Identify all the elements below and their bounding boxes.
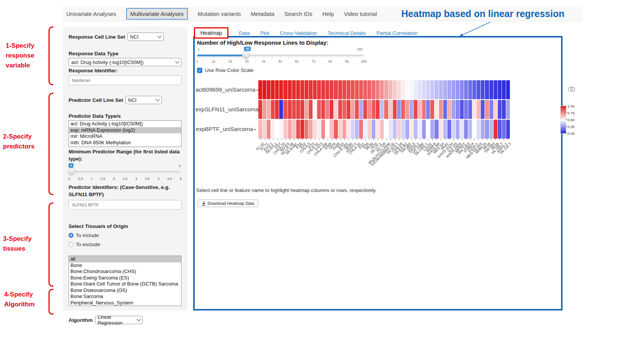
heatmap-cell [330, 100, 333, 119]
heatmap-cell [317, 80, 321, 99]
colorbar-tick-label-0-75: 0.75 [567, 111, 575, 115]
tissue-option-bone-ewing-sarcoma-es[interactable]: Bone:Ewing Sarcoma (ES) [69, 275, 181, 281]
heatmap-cell [447, 100, 451, 119]
tissue-option-bone-sarcoma[interactable]: Bone:Sarcoma [69, 293, 181, 300]
tissue-option-bone-giant-cell-tumor-of-bone-gctb-sarcoma[interactable]: Bone:Giant Cell Tumor of Bone (GCTB) Sar… [69, 281, 181, 287]
predictor-type-option-act[interactable]: act: Drug Activity (-log10[IC50M]) [69, 121, 181, 127]
x-axis-tick [286, 139, 286, 140]
camera-icon[interactable] [568, 86, 575, 92]
predictor-type-option-mth[interactable]: mth: DNA 850K Methylation [69, 140, 181, 146]
tissue-option-peripheral-nervous-system[interactable]: Peripheral_Nervous_System [69, 300, 181, 306]
heatmap-cell [393, 80, 397, 99]
heatmap-cell [485, 80, 489, 99]
heatmap-cell [405, 120, 409, 139]
x-axis-tick [378, 139, 378, 140]
lines-slider-max-label: 100 [357, 47, 363, 51]
tab-technical-details[interactable]: Technical Details [328, 30, 366, 36]
radio-to-include[interactable] [69, 233, 73, 238]
lines-slider-handle[interactable] [242, 51, 250, 59]
nav-item-multivariate-analyses[interactable]: Multivariate Analyses [126, 8, 188, 20]
heatmap-cell [300, 120, 304, 139]
x-axis-tick [273, 139, 274, 140]
heatmap-cell [296, 120, 300, 139]
heatmap-row-label-expbptf-unisarcoma[interactable]: expBPTF_uniSarcoma [195, 126, 256, 132]
tab-partial-correlation[interactable]: Partial Correlation [377, 30, 417, 36]
tab-data[interactable]: Data [239, 30, 250, 36]
predictor-type-option-mir[interactable]: mir: MicroRNA [69, 133, 181, 140]
heatmap-cell [325, 120, 329, 139]
nav-item-search-ids[interactable]: Search IDs [284, 11, 312, 17]
heatmap-cell [485, 100, 489, 119]
predictor-type-option-exp[interactable]: exp: mRNA Expression (log2) [69, 127, 181, 134]
heatmap-row-label-act609699-unisarcoma[interactable]: act609699_uniSarcoma [195, 86, 256, 93]
heatmap-cell [426, 100, 430, 119]
tab-cross-validation[interactable]: Cross-Validation [280, 30, 317, 36]
predictor-identifiers-input[interactable] [69, 200, 181, 210]
tissue-option-bone-osteosarcoma-os[interactable]: Bone:Osteosarcoma (OS) [69, 287, 181, 294]
response-identifier-input[interactable] [69, 75, 181, 85]
heatmap-cell [489, 80, 493, 99]
tissue-listbox[interactable]: allBoneBone:Chondrosarcoma (CHS)Bone:Ewi… [69, 256, 181, 306]
heatmap-cell [481, 120, 485, 139]
tissue-option-bone[interactable]: Bone [69, 262, 181, 269]
tab-plot[interactable]: Plot [260, 30, 269, 36]
lines-slider-value-badge: 30 [244, 47, 251, 51]
radio-to-exclude[interactable] [69, 242, 73, 247]
tick-label-5: 5 [180, 177, 181, 181]
lines-slider-label: Number of High/Low Response Lines to Dis… [197, 39, 328, 46]
tab-heatmap[interactable]: Heatmap [194, 27, 228, 39]
min-predictor-range-label: Minimum Predictor Range (for first liste… [69, 148, 181, 162]
heatmap-cell [502, 120, 506, 139]
min-predictor-range-slider[interactable]: 0 5 00.511.522.533.544.55 [69, 162, 181, 181]
response-cell-line-set-value: NCI [130, 34, 138, 40]
heatmap-cell [338, 120, 342, 139]
heatmap-cell [401, 120, 405, 139]
x-axis-tick [332, 139, 332, 140]
heatmap-cell [456, 100, 460, 119]
heatmap-cell [506, 120, 510, 139]
range-slider-track[interactable] [69, 171, 181, 173]
nav-item-mutation-variants[interactable]: Mutation variants [198, 11, 241, 17]
x-axis-tick [369, 139, 370, 140]
nav-item-help[interactable]: Help [322, 11, 334, 17]
heatmap-cell [384, 120, 388, 139]
heatmap-cell [447, 80, 451, 99]
heatmap-cell [275, 120, 279, 139]
nav-item-video-tutorial[interactable]: Video tutorial [344, 11, 377, 17]
heatmap-row-label-expslfn11-unisarcoma[interactable]: expSLFN11_uniSarcoma [195, 106, 256, 112]
download-heatmap-button[interactable]: Download Heatmap Data [198, 200, 258, 207]
nav-item-univariate-analyses[interactable]: Univariate Analyses [66, 11, 116, 17]
tick-label-31: 31 [245, 59, 249, 63]
tissue-option-all[interactable]: all [69, 256, 181, 262]
range-slider-max-label: 5 [179, 164, 181, 168]
heatmap-cell [355, 80, 359, 99]
heatmap-cell [296, 80, 300, 99]
x-axis-tick [298, 139, 299, 140]
heatmap-cell [288, 80, 292, 99]
download-button-label: Download Heatmap Data [208, 201, 254, 206]
heatmap-cell [283, 80, 287, 99]
range-slider-handle[interactable] [68, 168, 75, 175]
heatmap-cell [460, 120, 464, 139]
nav-item-metadata[interactable]: Metadata [251, 11, 275, 17]
heatmap-cell [435, 80, 438, 99]
response-data-type-select[interactable]: act: Drug Activity (-log10[IC50M]) [69, 58, 181, 66]
heatmap-cell [422, 120, 426, 139]
x-axis-tick [436, 139, 437, 140]
heatmap-cell [430, 100, 434, 119]
x-axis-tick [503, 139, 504, 140]
predictor-data-types-listbox[interactable]: act: Drug Activity (-log10[IC50M])exp: m… [69, 120, 181, 147]
step1-bracket [48, 27, 53, 85]
row-color-scale-checkbox[interactable]: ✓ [197, 68, 202, 73]
tissue-option-bone-chondrosarcoma-chs[interactable]: Bone:Chondrosarcoma (CHS) [69, 268, 181, 275]
heatmap-cell [271, 80, 275, 99]
predictor-cell-line-set-select[interactable]: NCI [125, 96, 162, 104]
heatmap-cell [468, 80, 472, 99]
heatmap-cell [439, 120, 443, 139]
heatmap-cell [447, 120, 451, 139]
predictor-cell-line-set-value: NCI [128, 97, 136, 103]
response-cell-line-set-select[interactable]: NCI [127, 33, 164, 41]
colorbar-tick-mark [566, 106, 567, 106]
heatmap-cell [477, 120, 480, 139]
algorithm-select[interactable]: Linear Regression [95, 316, 143, 324]
